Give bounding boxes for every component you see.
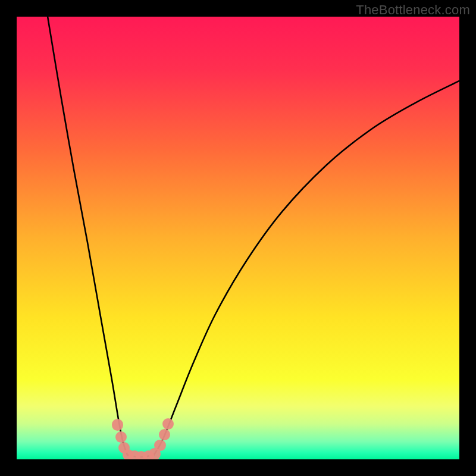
chart-frame: TheBottleneck.com (0, 0, 476, 476)
data-marker (112, 419, 123, 430)
data-marker (154, 440, 165, 451)
curve-right-branch (154, 81, 459, 455)
curve-left-branch (48, 17, 127, 455)
watermark-text: TheBottleneck.com (356, 2, 470, 18)
curve-layer (17, 17, 459, 459)
plot-area (17, 17, 459, 459)
data-marker (159, 429, 170, 440)
